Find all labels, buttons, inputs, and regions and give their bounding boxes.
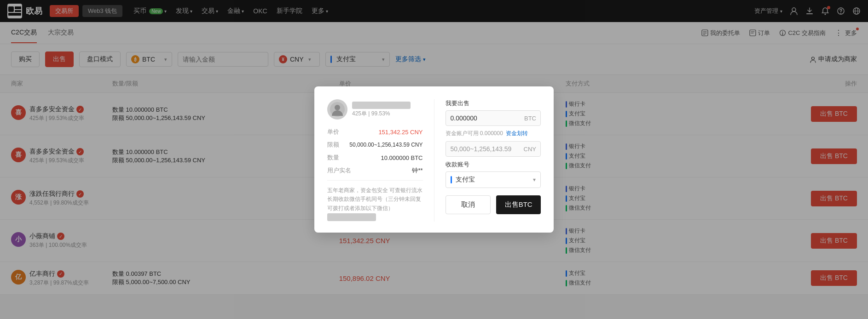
confirm-sell-button[interactable]: 出售BTC: [496, 195, 541, 214]
sell-unit: BTC: [524, 115, 536, 122]
modal-username-row: 用户实名 钟**: [327, 166, 423, 175]
modal-merchant-header: ██████████ 425单 | 99.53%: [327, 99, 423, 120]
modal-merchant-stats: 425单 | 99.53%: [352, 110, 411, 118]
modal-overlay[interactable]: ██████████ 425单 | 99.53% 单价 151,342.25 C…: [0, 0, 868, 295]
modal-body: ██████████ 425单 | 99.53% 单价 151,342.25 C…: [327, 99, 541, 222]
receive-input-group: 50,000~1,256,143.59 CNY: [446, 141, 541, 157]
chevron-down-icon: ▾: [533, 177, 536, 183]
modal-limit-row: 限额 50,000.00~1,256,143.59 CNY: [327, 141, 423, 149]
sell-input-group: BTC: [446, 110, 541, 126]
receive-unit: CNY: [524, 146, 536, 153]
cancel-button[interactable]: 取消: [446, 195, 491, 214]
payment-account-select[interactable]: 支付宝 ▾: [446, 171, 541, 188]
alipay-bar: [451, 176, 452, 183]
payment-account-label: 收款账号: [446, 160, 541, 169]
modal-description: 五年老商家，资金包安全 可查银行流水 长期收款微信手机同号（三分钟未回复可拨打或…: [327, 180, 423, 222]
modal-available-hint: 资金账户可用 0.000000 资金划转: [446, 130, 541, 137]
modal-qty-row: 数量 10.000000 BTC: [327, 154, 423, 162]
sell-modal: ██████████ 425单 | 99.53% 单价 151,342.25 C…: [314, 86, 554, 233]
modal-avatar: [327, 99, 347, 120]
modal-left: ██████████ 425单 | 99.53% 单价 151,342.25 C…: [327, 99, 434, 222]
sell-input-label: 我要出售: [446, 99, 541, 108]
modal-merchant-name: ██████████: [352, 102, 411, 109]
alipay-option: 支付宝: [451, 176, 475, 184]
modal-buttons: 取消 出售BTC: [446, 195, 541, 214]
modal-right: 我要出售 BTC 资金账户可用 0.000000 资金划转 50,000~1,2…: [434, 99, 541, 222]
transfer-link[interactable]: 资金划转: [506, 130, 528, 137]
modal-price-row: 单价 151,342.25 CNY: [327, 128, 423, 136]
svg-point-16: [335, 105, 340, 110]
